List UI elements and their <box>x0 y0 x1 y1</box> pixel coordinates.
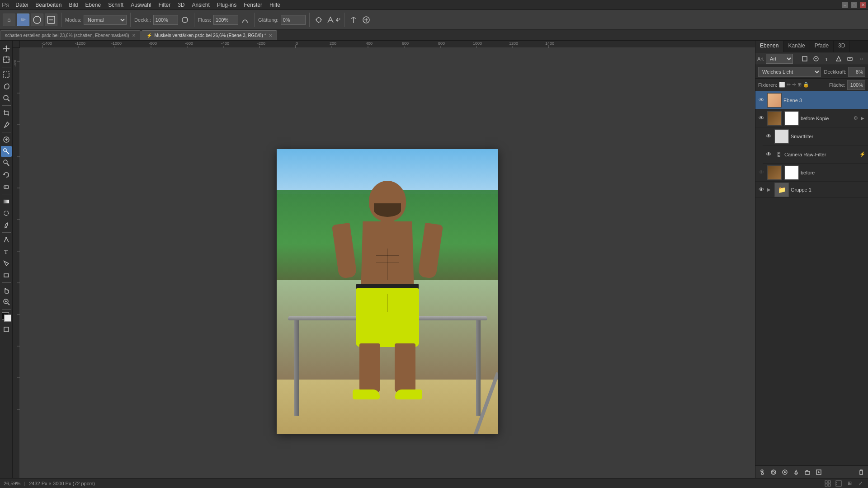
window-close-btn[interactable]: ✕ <box>860 2 866 8</box>
menu-datei[interactable]: Datei <box>12 1 32 9</box>
canvas-area[interactable]: -1400 -1200 -1000 -800 -600 -400 -200 0 … <box>13 41 755 478</box>
flaeche-input[interactable] <box>847 80 865 90</box>
fluss-icon[interactable] <box>240 14 250 25</box>
menu-fenster[interactable]: Fenster <box>240 1 266 9</box>
foreground-color[interactable] <box>2 312 11 321</box>
tab-kanaele[interactable]: Kanäle <box>783 41 810 52</box>
brush-mode-btn[interactable] <box>45 14 57 26</box>
text-tool[interactable]: T <box>1 246 12 257</box>
layer-camera-raw[interactable]: 👁 🎛 Camera Raw-Filter ⚡ <box>763 145 868 164</box>
layer-before-visibility[interactable]: 👁 <box>757 169 765 177</box>
layer-gruppe1-visibility[interactable]: 👁 <box>757 186 765 194</box>
layer-smartfilter-visibility[interactable]: 👁 <box>764 132 773 141</box>
add-effect-btn[interactable]: fx <box>769 467 778 477</box>
layer-filter-adjust-btn[interactable] <box>811 54 821 64</box>
menu-bearbeiten[interactable]: Bearbeiten <box>32 1 65 9</box>
zoom-tool[interactable] <box>1 296 12 307</box>
mode-select[interactable]: Normal Multiplizieren Aufhellen <box>84 15 127 25</box>
gradient-tool[interactable] <box>1 196 12 207</box>
history-brush-tool[interactable] <box>1 169 12 180</box>
menu-ansicht[interactable]: Ansicht <box>189 1 213 9</box>
eyedropper-tool[interactable] <box>1 119 12 130</box>
delete-layer-btn[interactable] <box>856 467 866 477</box>
layer-smartfilter[interactable]: 👁 Smartfilter <box>763 127 868 145</box>
layer-filter-shape-btn[interactable] <box>834 54 844 64</box>
eraser-tool[interactable] <box>1 181 12 192</box>
lasso-tool[interactable] <box>1 81 12 92</box>
menu-plugins[interactable]: Plug-ins <box>213 1 240 9</box>
add-mask-btn[interactable] <box>780 467 790 477</box>
layer-camera-raw-extra-btn[interactable]: ⚡ <box>859 151 866 158</box>
symmetry-btn[interactable] <box>348 14 359 25</box>
layer-expand-btn[interactable]: ▶ <box>861 116 866 121</box>
marquee-tool[interactable] <box>1 69 12 80</box>
lock-pixels-btn[interactable]: ✏ <box>787 82 791 88</box>
blend-mode-select[interactable]: Weiches Licht Normal Multiplizieren <box>758 67 821 77</box>
art-select[interactable]: Art <box>766 54 793 64</box>
layer-filter-smart-btn[interactable] <box>845 54 855 64</box>
layer-ebene3[interactable]: 👁 Ebene 3 <box>755 91 868 109</box>
layer-gruppe1[interactable]: 👁 ▶ 📁 Gruppe 1 <box>755 182 868 198</box>
hand-tool[interactable] <box>1 285 12 296</box>
shape-tool[interactable] <box>1 270 12 281</box>
menu-filter[interactable]: Filter <box>155 1 175 9</box>
link-layers-btn[interactable] <box>757 467 767 477</box>
menu-auswahl[interactable]: Auswahl <box>127 1 155 9</box>
move-tool[interactable] <box>1 42 12 53</box>
ruler-btn[interactable] <box>835 479 843 488</box>
home-tool-btn[interactable]: ⌂ <box>3 14 15 26</box>
doc-tab-2-close[interactable]: ✕ <box>269 33 272 38</box>
doc-tab-1-close[interactable]: ✕ <box>132 33 136 38</box>
clone-stamp-tool[interactable] <box>1 158 12 169</box>
canvas-viewport[interactable] <box>20 48 755 478</box>
deckkraft-icon[interactable] <box>179 14 190 25</box>
layer-filter-pixel-btn[interactable] <box>800 54 810 64</box>
layer-before[interactable]: 👁 before <box>755 164 868 182</box>
doc-tab-2[interactable]: ⚡ Muskeln verstärken.psdc bei 26,6% (Ebe… <box>142 30 278 40</box>
layer-gruppe1-expand[interactable]: ▶ <box>767 187 773 192</box>
menu-schrift[interactable]: Schrift <box>104 1 127 9</box>
artboard-tool[interactable] <box>1 54 12 65</box>
fit-btn[interactable]: ⊞ <box>845 479 854 488</box>
deckkraft-panel-input[interactable] <box>848 67 865 77</box>
menu-hilfe[interactable]: Hilfe <box>266 1 284 9</box>
lock-artboard-btn[interactable]: ⊞ <box>797 82 802 88</box>
brush-size-btn[interactable] <box>31 14 43 26</box>
dodge-tool[interactable] <box>1 220 12 230</box>
tab-3d[interactable]: 3D <box>834 41 850 52</box>
grid-btn[interactable] <box>824 479 832 488</box>
blur-tool[interactable] <box>1 208 12 219</box>
fullscreen-btn[interactable]: ⤢ <box>856 479 864 488</box>
layer-filter-off-btn[interactable]: ○ <box>856 54 866 64</box>
brush-tool-btn[interactable]: ✏ <box>17 14 29 26</box>
window-maximize-btn[interactable]: □ <box>851 2 857 8</box>
layer-settings-icon[interactable]: ⚙ <box>852 115 859 122</box>
add-group-btn[interactable] <box>802 467 812 477</box>
brush-tool[interactable] <box>1 146 12 157</box>
menu-bild[interactable]: Bild <box>65 1 81 9</box>
settings-icon-btn[interactable] <box>313 14 324 25</box>
add-layer-btn[interactable] <box>814 467 824 477</box>
path-select-tool[interactable] <box>1 258 12 269</box>
layer-before-kopie-visibility[interactable]: 👁 <box>757 114 765 122</box>
screen-mode-btn[interactable] <box>1 324 12 335</box>
deckkraft-input[interactable] <box>153 15 178 25</box>
menu-3d[interactable]: 3D <box>174 1 188 9</box>
layer-camera-raw-visibility[interactable]: 👁 <box>764 150 773 159</box>
fluss-input[interactable] <box>213 15 238 25</box>
layer-ebene3-visibility[interactable]: 👁 <box>757 96 765 104</box>
glattung-input[interactable] <box>281 15 306 25</box>
menu-ebene[interactable]: Ebene <box>81 1 104 9</box>
healing-tool[interactable] <box>1 134 12 145</box>
lock-position-btn[interactable]: ✛ <box>792 82 796 88</box>
layer-before-kopie[interactable]: 👁 before Kopie ⚙ ▶ <box>755 109 868 127</box>
pen-tool[interactable] <box>1 235 12 245</box>
tab-pfade[interactable]: Pfade <box>810 41 834 52</box>
layer-filter-text-btn[interactable]: T <box>822 54 832 64</box>
doc-tab-1[interactable]: schatten erstellen.psdc bei 23,6% (schat… <box>0 30 141 40</box>
window-minimize-btn[interactable]: – <box>842 2 848 8</box>
tab-ebenen[interactable]: Ebenen <box>755 41 783 52</box>
add-adjustment-btn[interactable] <box>791 467 801 477</box>
extra-btn[interactable] <box>361 14 372 25</box>
lock-all-btn[interactable]: 🔒 <box>803 82 809 88</box>
